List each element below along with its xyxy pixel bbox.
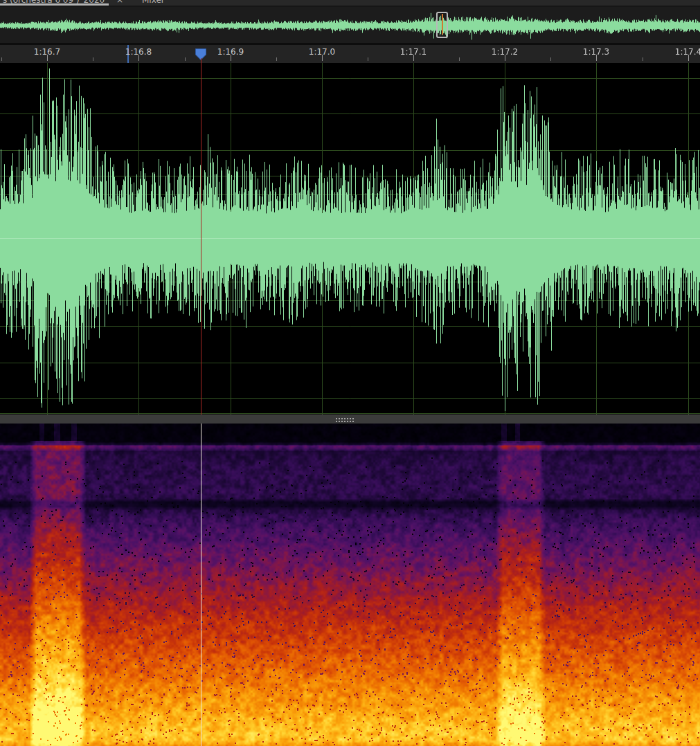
overview-playhead-line [442,14,443,35]
timeline-tick-minor [550,57,551,61]
timeline-tick-label: 1:17.4 [675,47,700,57]
playhead-line-waveform[interactable] [201,63,201,415]
timeline-tick-major [596,55,597,61]
tab-close-icon[interactable]: × [116,0,123,5]
spectrogram-view[interactable] [0,424,700,746]
timeline-tick-major [231,55,231,61]
timeline-tick-minor [643,57,643,61]
main-waveform-view[interactable] [0,63,700,415]
timeline-tick-major [413,55,414,61]
tab-strip: s (orchestra 6 09 )_2020 × Mixer [0,0,700,6]
tab-mixer[interactable]: Mixer [142,0,165,5]
timeline-tick-major [505,55,505,61]
timeline-tick-minor [185,57,186,61]
playhead-line-spectrogram[interactable] [201,424,201,746]
timeline-tick-minor [368,57,368,61]
timeline-tick-major [322,55,323,61]
timeline-tick-major [138,55,139,61]
playhead-line-ruler [201,58,201,63]
timeline-tick-minor [459,57,460,61]
timeline-ruler[interactable]: 1:16.71:16.81:16.91:17.01:17.11:17.21:17… [0,43,700,63]
timeline-tick-major [688,55,689,61]
overview-waveform[interactable] [0,7,700,43]
timeline-tick-major [47,55,48,61]
divider-drag-handle[interactable] [335,417,355,422]
panel-divider [0,415,700,424]
timeline-tick-minor [276,57,277,61]
overview-viewport-indicator[interactable] [436,12,448,38]
timeline-tick-minor [1,57,2,61]
audio-editor-window: s (orchestra 6 09 )_2020 × Mixer 1:16.71… [0,0,700,746]
timeline-tick-minor [93,57,93,61]
